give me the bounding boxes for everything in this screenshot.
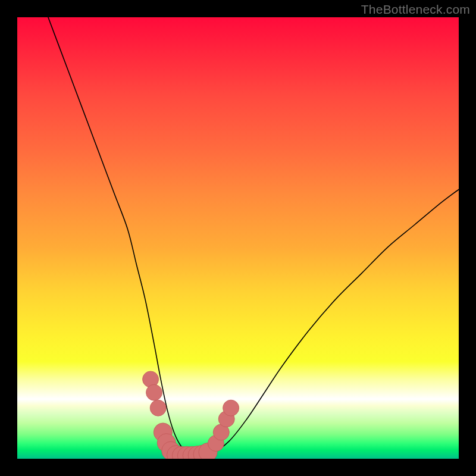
marker-dot <box>146 384 162 400</box>
marker-dot <box>213 424 229 440</box>
curve-svg <box>17 17 459 459</box>
watermark-text: TheBottleneck.com <box>361 2 470 17</box>
chart-frame: TheBottleneck.com <box>0 0 476 476</box>
marker-dot <box>167 446 186 459</box>
curve-markers <box>143 371 239 459</box>
marker-dot <box>208 436 224 452</box>
marker-dot <box>183 446 201 459</box>
bottleneck-curve <box>48 17 459 455</box>
marker-dot <box>188 446 206 459</box>
marker-dot <box>150 400 166 416</box>
marker-dot <box>143 371 159 387</box>
marker-dot <box>199 443 217 459</box>
marker-dot <box>154 423 172 441</box>
marker-dot <box>218 411 234 427</box>
marker-dot <box>177 446 196 459</box>
marker-dot <box>223 400 239 416</box>
marker-dot <box>172 446 190 459</box>
marker-dot <box>157 434 176 452</box>
marker-dot <box>162 441 180 459</box>
plot-area <box>17 17 459 459</box>
marker-dot <box>193 445 212 459</box>
